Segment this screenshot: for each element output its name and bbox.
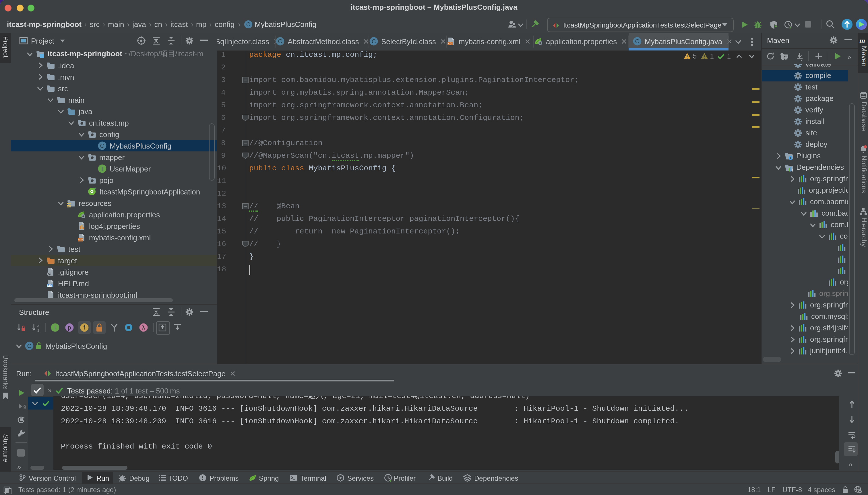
svg-text:9: 9 bbox=[23, 404, 26, 410]
svg-text:z: z bbox=[37, 327, 39, 332]
svg-text:I: I bbox=[54, 324, 56, 331]
svg-text:a: a bbox=[37, 323, 40, 328]
svg-text:C: C bbox=[100, 142, 104, 149]
svg-text:C: C bbox=[246, 21, 250, 28]
svg-text:<>: <> bbox=[448, 41, 453, 46]
svg-text:C: C bbox=[27, 342, 31, 349]
svg-text:C: C bbox=[372, 38, 376, 45]
svg-text:C: C bbox=[635, 38, 639, 45]
svg-text:MD: MD bbox=[47, 284, 52, 287]
svg-text:p: p bbox=[68, 324, 71, 331]
svg-text:<>: <> bbox=[78, 238, 83, 242]
svg-text:f: f bbox=[83, 324, 85, 331]
svg-text:λ: λ bbox=[142, 324, 145, 331]
svg-text:C: C bbox=[278, 38, 282, 45]
svg-text:I: I bbox=[101, 165, 103, 172]
